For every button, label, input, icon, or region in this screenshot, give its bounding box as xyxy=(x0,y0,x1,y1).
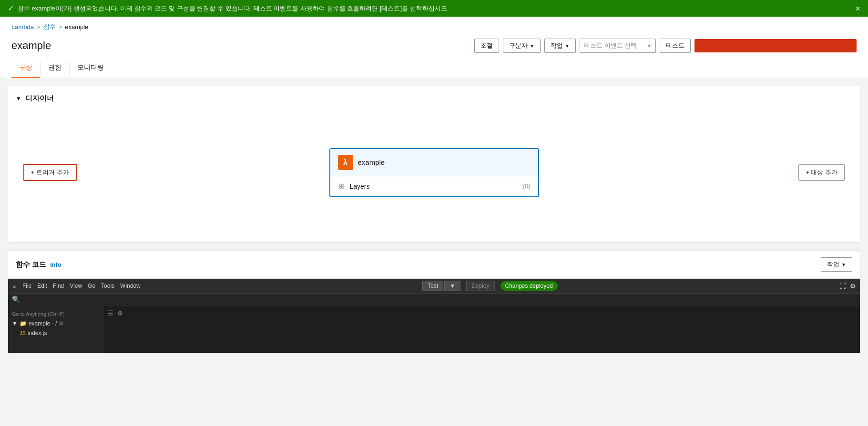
deploy-button[interactable]: Deploy xyxy=(466,281,494,291)
designer-section: ▼ 디자이너 + 트리거 추가 λ example ⊕ Layers (0) xyxy=(8,86,860,243)
notification-bar: ✓ 함수 example이(가) 생성되었습니다. 이제 함수의 코드 및 구성… xyxy=(0,0,868,17)
add-destination-button[interactable]: + 대상 추가 xyxy=(798,164,845,181)
folder-collapse-icon: ▼ xyxy=(12,320,18,327)
function-name: example xyxy=(358,158,385,166)
file-explorer: Go to Anything (Ctrl-P) ▼ 📁 example - / … xyxy=(8,305,103,353)
folder-icon: 📁 xyxy=(20,320,27,327)
designer-header: ▼ 디자이너 xyxy=(16,94,852,103)
qualifier-button[interactable]: 구분자 ▼ xyxy=(503,39,541,53)
function-code-label: 함수 코드 xyxy=(16,260,46,269)
test-dropdown-button[interactable]: ▼ xyxy=(444,281,460,291)
js-file-icon: JS xyxy=(20,330,26,336)
menu-edit[interactable]: Edit xyxy=(37,283,47,289)
function-code-actions-button[interactable]: 작업 ▼ xyxy=(821,257,852,272)
toolbar-buttons: 조절 구분자 ▼ 작업 ▼ 테스트 이벤트 선택 ▼ 테스트 xyxy=(474,39,857,53)
breadcrumb-sep1: > xyxy=(37,23,41,30)
test-button[interactable]: 테스트 xyxy=(660,39,691,53)
test-event-placeholder: 테스트 이벤트 선택 xyxy=(584,41,637,50)
main-content: ▼ 디자이너 + 트리거 추가 λ example ⊕ Layers (0) xyxy=(0,78,868,361)
page-title: example xyxy=(11,40,51,52)
breadcrumb: Lambda > 함수 > example xyxy=(11,17,857,35)
breadcrumb-current: example xyxy=(65,23,88,30)
layers-count: (0) xyxy=(523,183,531,190)
actions-button[interactable]: 작업 ▼ xyxy=(544,39,576,53)
designer-canvas: + 트리거 추가 λ example ⊕ Layers (0) + 대상 추가 xyxy=(16,111,852,234)
actions-dropdown-icon: ▼ xyxy=(565,43,570,49)
test-event-select[interactable]: 테스트 이벤트 선택 ▼ xyxy=(580,39,656,53)
breadcrumb-sep2: > xyxy=(59,23,62,30)
tab-permissions[interactable]: 권한 xyxy=(41,59,69,78)
editor-container: ▲ File Edit Find View Go Tools Window Te… xyxy=(8,279,860,353)
editor-body: Go to Anything (Ctrl-P) ▼ 📁 example - / … xyxy=(8,305,860,353)
layers-label: Layers xyxy=(350,183,370,190)
function-code-header: 함수 코드 Info 작업 ▼ xyxy=(8,251,860,279)
editor-add-icon[interactable]: ⊕ xyxy=(117,309,123,317)
editor-collapse-icon[interactable]: ▲ xyxy=(12,284,17,289)
red-block xyxy=(694,39,857,52)
menu-find[interactable]: Find xyxy=(53,283,64,289)
settings-icon[interactable]: ⚙ xyxy=(850,282,856,290)
folder-item[interactable]: ▼ 📁 example - / ⚙ xyxy=(8,319,103,328)
file-explorer-header: Go to Anything (Ctrl-P) xyxy=(8,309,103,319)
test-editor-button[interactable]: Test xyxy=(422,281,443,291)
editor-toolbar: 🔍 xyxy=(8,294,860,305)
tabs: 구성 권한 모니터링 xyxy=(11,59,857,78)
adjust-button[interactable]: 조절 xyxy=(474,39,499,53)
add-trigger-button[interactable]: + 트리거 추가 xyxy=(23,164,77,181)
notification-message: 함수 example이(가) 생성되었습니다. 이제 함수의 코드 및 구성을 … xyxy=(18,4,449,13)
file-name: index.js xyxy=(28,330,47,336)
info-badge[interactable]: Info xyxy=(50,261,61,268)
folder-gear-icon[interactable]: ⚙ xyxy=(59,320,64,327)
menu-file[interactable]: File xyxy=(22,283,31,289)
function-code-section: 함수 코드 Info 작업 ▼ ▲ File Edit Find View Go… xyxy=(8,250,860,354)
menu-window[interactable]: Window xyxy=(120,283,141,289)
notification-close-button[interactable]: × xyxy=(855,4,860,13)
editor-list-icon: ☰ xyxy=(107,309,113,317)
menu-go[interactable]: Go xyxy=(88,283,95,289)
test-event-dropdown-icon: ▼ xyxy=(647,43,652,49)
folder-name: example - / xyxy=(29,320,57,327)
function-box: λ example ⊕ Layers (0) xyxy=(329,148,539,197)
breadcrumb-lambda[interactable]: Lambda xyxy=(11,23,34,30)
tab-config[interactable]: 구성 xyxy=(11,59,40,78)
search-toolbar-icon[interactable]: 🔍 xyxy=(12,295,20,303)
editor-menubar: ▲ File Edit Find View Go Tools Window Te… xyxy=(8,279,860,294)
success-icon: ✓ xyxy=(8,4,14,13)
editor-main-area[interactable]: ☰ ⊕ xyxy=(103,305,860,353)
search-shortcut[interactable]: Go to Anything (Ctrl-P) xyxy=(12,311,65,317)
qualifier-dropdown-icon: ▼ xyxy=(530,43,534,49)
menu-view[interactable]: View xyxy=(70,283,82,289)
menu-tools[interactable]: Tools xyxy=(101,283,114,289)
editor-icons: ⛶ ⚙ xyxy=(839,282,856,290)
designer-title: 디자이너 xyxy=(25,94,54,103)
page-title-row: example 조절 구분자 ▼ 작업 ▼ 테스트 이벤트 선택 ▼ 테스트 xyxy=(11,35,857,59)
file-item[interactable]: JS index.js xyxy=(8,328,103,338)
function-code-actions-dropdown-icon: ▼ xyxy=(841,262,846,267)
function-header: λ example xyxy=(330,149,538,176)
function-code-title: 함수 코드 Info xyxy=(16,260,61,269)
fullscreen-icon[interactable]: ⛶ xyxy=(839,282,846,290)
collapse-arrow-icon[interactable]: ▼ xyxy=(16,95,21,102)
layers-row[interactable]: ⊕ Layers (0) xyxy=(330,176,538,196)
changes-deployed-badge: Changes deployed xyxy=(500,281,558,291)
breadcrumb-functions[interactable]: 함수 xyxy=(43,22,56,31)
tab-monitoring[interactable]: 모니터링 xyxy=(70,59,112,78)
header-area: Lambda > 함수 > example example 조절 구분자 ▼ 작… xyxy=(0,17,868,78)
layers-left: ⊕ Layers xyxy=(338,181,370,192)
lambda-icon: λ xyxy=(338,155,353,170)
layers-icon: ⊕ xyxy=(338,181,345,192)
